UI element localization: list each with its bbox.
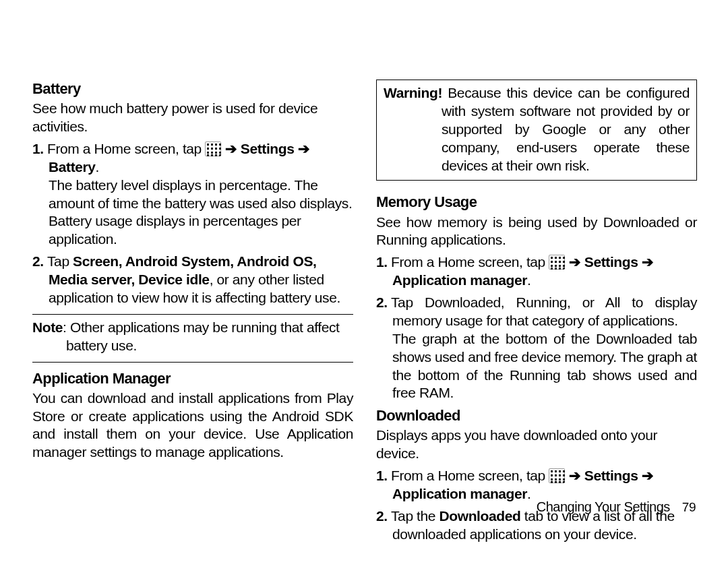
- downloaded-step-1: 1.From a Home screen, tap ➔ Settings ➔ A…: [376, 467, 697, 503]
- apps-grid-icon: [205, 142, 221, 156]
- text: .: [527, 486, 530, 501]
- text: .: [96, 159, 99, 175]
- warning-body: Because this device can be configured wi…: [442, 85, 690, 173]
- text: Tap: [47, 253, 73, 269]
- text-bold: Settings: [580, 468, 642, 483]
- apps-grid-icon: [549, 468, 565, 483]
- heading-battery: Battery: [32, 80, 353, 98]
- right-column: Warning! Because this device can be conf…: [376, 80, 697, 545]
- separator: [32, 362, 353, 363]
- warning-box: Warning! Because this device can be conf…: [376, 80, 697, 181]
- memory-step-1: 1.From a Home screen, tap ➔ Settings ➔ A…: [376, 253, 697, 290]
- text: Tap the: [391, 508, 439, 524]
- arrow-icon: ➔: [298, 141, 310, 156]
- arrow-icon: ➔: [569, 468, 581, 483]
- note-line: Note: Other applications may be running …: [32, 319, 353, 355]
- arrow-icon: ➔: [642, 254, 654, 270]
- app-manager-body: You can download and install application…: [32, 389, 353, 462]
- downloaded-intro: Displays apps you have downloaded onto y…: [376, 427, 697, 463]
- memory-step-2-body: The graph at the bottom of the Downloade…: [392, 330, 697, 403]
- battery-note: Note: Other applications may be running …: [32, 319, 353, 355]
- memory-step-2: 2.Tap Downloaded, Running, or All to dis…: [376, 294, 697, 402]
- battery-intro: See how much battery power is used for d…: [32, 100, 353, 136]
- list-number: 1.: [376, 467, 391, 485]
- manual-page: Battery See how much battery power is us…: [0, 0, 728, 562]
- arrow-icon: ➔: [642, 468, 654, 483]
- left-column: Battery See how much battery power is us…: [32, 80, 353, 545]
- text-bold: Downloaded: [439, 508, 521, 524]
- list-number: 2.: [32, 253, 47, 271]
- list-number: 2.: [376, 294, 391, 312]
- text: From a Home screen, tap: [391, 468, 549, 483]
- heading-downloaded: Downloaded: [376, 406, 697, 425]
- list-number: 2.: [376, 507, 391, 526]
- battery-step-1: 1.From a Home screen, tap ➔ Settings ➔ B…: [32, 140, 353, 249]
- text-bold: Battery: [49, 159, 96, 175]
- page-footer: Changing Your Settings79: [537, 499, 696, 516]
- text: From a Home screen, tap: [47, 141, 205, 156]
- text: Tap Downloaded, Running, or All to displ…: [391, 294, 697, 328]
- text-bold: Settings: [580, 254, 642, 270]
- two-column-layout: Battery See how much battery power is us…: [32, 80, 697, 545]
- text: .: [527, 272, 530, 288]
- note-body: : Other applications may be running that…: [63, 319, 339, 353]
- page-number: 79: [682, 500, 696, 514]
- warning-text: Warning! Because this device can be conf…: [384, 84, 690, 175]
- heading-memory-usage: Memory Usage: [376, 193, 697, 212]
- chapter-title: Changing Your Settings: [537, 499, 670, 514]
- apps-grid-icon: [549, 255, 565, 270]
- battery-step-2: 2.Tap Screen, Android System, Android OS…: [32, 253, 353, 307]
- list-number: 1.: [32, 140, 47, 158]
- text-bold: Settings: [237, 141, 298, 156]
- heading-app-manager: Application Manager: [32, 369, 353, 388]
- memory-intro: See how memory is being used by Download…: [376, 214, 697, 250]
- text-bold: Application manager: [392, 272, 527, 288]
- text-bold: Application manager: [392, 486, 527, 501]
- battery-step-1-body: The battery level displays in percentage…: [49, 177, 353, 249]
- warning-label: Warning!: [384, 85, 442, 100]
- list-number: 1.: [376, 253, 391, 272]
- arrow-icon: ➔: [569, 254, 581, 270]
- separator: [32, 314, 353, 315]
- note-label: Note: [32, 319, 63, 335]
- text: From a Home screen, tap: [391, 254, 549, 270]
- arrow-icon: ➔: [225, 141, 237, 156]
